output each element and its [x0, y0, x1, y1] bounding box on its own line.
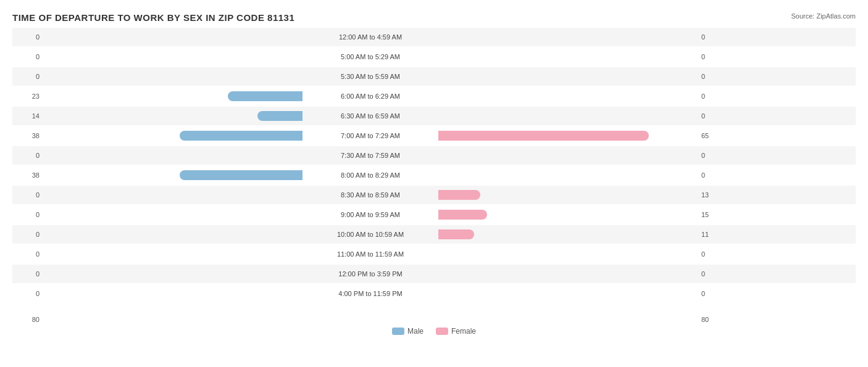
- table-row: 08:30 AM to 8:59 AM13: [12, 186, 856, 204]
- male-value: 38: [12, 171, 43, 179]
- time-range-label: 6:00 AM to 6:29 AM: [303, 93, 438, 100]
- legend-female: Female: [436, 327, 476, 336]
- axis-center: [303, 316, 438, 323]
- male-bar-container: [43, 111, 303, 121]
- time-range-label: 5:30 AM to 5:59 AM: [303, 73, 438, 80]
- female-value: 0: [698, 290, 728, 297]
- time-range-label: 7:30 AM to 7:59 AM: [303, 152, 438, 159]
- chart-title: TIME OF DEPARTURE TO WORK BY SEX IN ZIP …: [12, 12, 856, 23]
- table-row: 236:00 AM to 6:29 AM0: [12, 87, 856, 105]
- axis-labels: 80 80: [12, 316, 856, 323]
- male-value: 0: [12, 53, 43, 60]
- female-value: 11: [698, 231, 728, 238]
- female-swatch: [436, 328, 448, 335]
- male-bar-container: [43, 170, 303, 180]
- female-legend-label: Female: [451, 327, 476, 336]
- male-bar: [180, 131, 303, 141]
- male-value: 0: [12, 191, 43, 199]
- female-value: 0: [698, 112, 728, 120]
- axis-right-label: 80: [698, 316, 728, 323]
- axis-left-label: 80: [12, 316, 43, 323]
- female-value: 65: [698, 132, 728, 139]
- table-row: 146:30 AM to 6:59 AM0: [12, 107, 856, 125]
- time-range-label: 9:00 AM to 9:59 AM: [303, 211, 438, 218]
- male-value: 14: [12, 112, 43, 120]
- male-value: 0: [12, 290, 43, 297]
- axis-bar-right: [438, 316, 698, 323]
- time-range-label: 12:00 AM to 4:59 AM: [303, 33, 438, 41]
- source-text: Source: ZipAtlas.com: [791, 12, 856, 20]
- time-range-label: 10:00 AM to 10:59 AM: [303, 231, 438, 238]
- female-bar-container: [438, 190, 698, 200]
- female-bar: [438, 229, 474, 239]
- female-value: 13: [698, 191, 728, 199]
- male-value: 0: [12, 33, 43, 41]
- female-bar: [438, 131, 649, 141]
- table-row: 010:00 AM to 10:59 AM11: [12, 225, 856, 244]
- table-row: 04:00 PM to 11:59 PM0: [12, 284, 856, 303]
- time-range-label: 7:00 AM to 7:29 AM: [303, 132, 438, 139]
- female-bar: [438, 210, 487, 220]
- legend-male: Male: [392, 327, 424, 336]
- male-value: 0: [12, 231, 43, 238]
- female-bar-container: [438, 131, 698, 141]
- male-bar: [228, 91, 303, 101]
- female-value: 0: [698, 73, 728, 80]
- time-range-label: 6:30 AM to 6:59 AM: [303, 112, 438, 120]
- table-row: 012:00 AM to 4:59 AM0: [12, 28, 856, 46]
- table-row: 012:00 PM to 3:59 PM0: [12, 265, 856, 283]
- table-row: 09:00 AM to 9:59 AM15: [12, 205, 856, 224]
- female-value: 0: [698, 53, 728, 60]
- male-swatch: [392, 328, 404, 335]
- time-range-label: 12:00 PM to 3:59 PM: [303, 270, 438, 278]
- male-value: 0: [12, 211, 43, 218]
- male-value: 0: [12, 270, 43, 278]
- time-range-label: 4:00 PM to 11:59 PM: [303, 290, 438, 297]
- time-range-label: 11:00 AM to 11:59 AM: [303, 250, 438, 258]
- legend-container: Male Female: [12, 327, 856, 336]
- male-value: 38: [12, 132, 43, 139]
- chart-area: 012:00 AM to 4:59 AM005:00 AM to 5:29 AM…: [12, 28, 856, 315]
- table-row: 011:00 AM to 11:59 AM0: [12, 245, 856, 263]
- female-value: 0: [698, 152, 728, 159]
- female-value: 0: [698, 250, 728, 258]
- time-range-label: 8:30 AM to 8:59 AM: [303, 191, 438, 199]
- male-value: 0: [12, 73, 43, 80]
- female-value: 0: [698, 171, 728, 179]
- female-bar-container: [438, 229, 698, 239]
- male-bar-container: [43, 91, 303, 101]
- female-bar-container: [438, 210, 698, 220]
- time-range-label: 8:00 AM to 8:29 AM: [303, 171, 438, 179]
- male-value: 23: [12, 93, 43, 100]
- male-bar: [257, 111, 303, 121]
- male-value: 0: [12, 250, 43, 258]
- female-value: 0: [698, 93, 728, 100]
- axis-bar-left: [43, 316, 303, 323]
- table-row: 387:00 AM to 7:29 AM65: [12, 126, 856, 145]
- table-row: 388:00 AM to 8:29 AM0: [12, 166, 856, 184]
- male-bar-container: [43, 131, 303, 141]
- female-bar: [438, 190, 480, 200]
- chart-container: TIME OF DEPARTURE TO WORK BY SEX IN ZIP …: [0, 0, 868, 367]
- table-row: 05:00 AM to 5:29 AM0: [12, 47, 856, 66]
- female-value: 0: [698, 33, 728, 41]
- male-value: 0: [12, 152, 43, 159]
- female-value: 0: [698, 270, 728, 278]
- female-value: 15: [698, 211, 728, 218]
- male-legend-label: Male: [407, 327, 424, 336]
- male-bar: [180, 170, 303, 180]
- table-row: 05:30 AM to 5:59 AM0: [12, 67, 856, 86]
- table-row: 07:30 AM to 7:59 AM0: [12, 146, 856, 165]
- time-range-label: 5:00 AM to 5:29 AM: [303, 53, 438, 60]
